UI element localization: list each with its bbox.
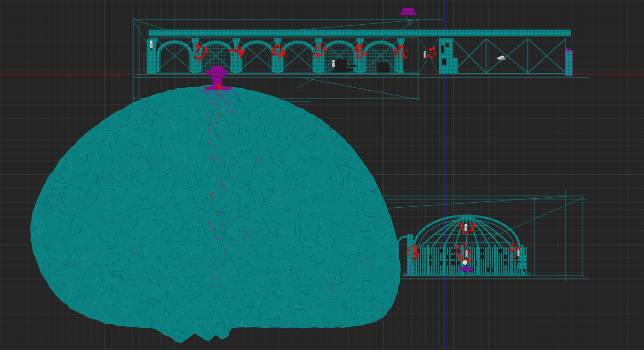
foliage-dome-tree[interactable]	[17, 71, 414, 350]
magenta-canopy-object[interactable]	[400, 8, 417, 26]
mouse-cursor-icon	[496, 55, 506, 60]
wireframe-scene[interactable]	[0, 0, 644, 350]
arched-arcade-building[interactable]	[133, 30, 590, 77]
viewport-canvas[interactable]	[0, 0, 644, 350]
